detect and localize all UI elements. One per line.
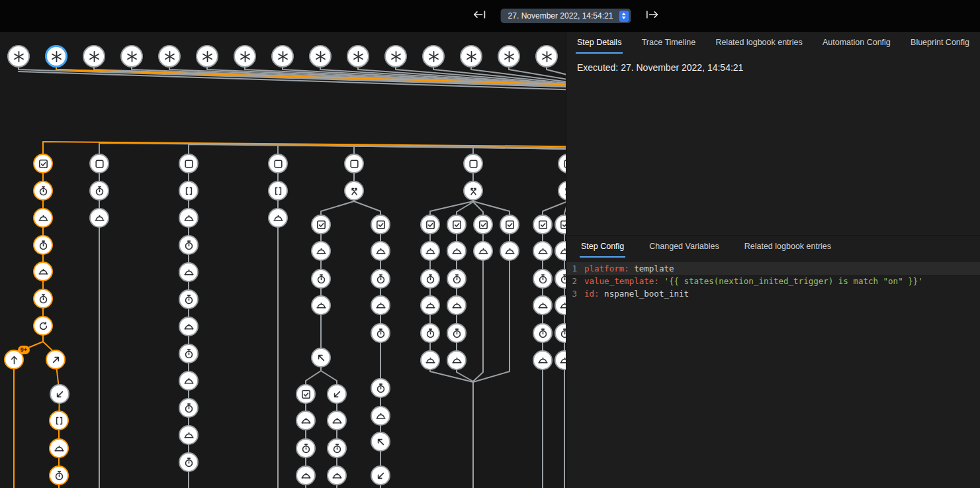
trace-node-cloche[interactable] [311, 295, 331, 315]
trace-node-split[interactable] [344, 181, 364, 201]
trace-node-repeat[interactable] [33, 316, 53, 336]
trace-node-timer[interactable] [371, 269, 390, 289]
trace-node-timer[interactable] [49, 465, 69, 485]
tab-step-details[interactable]: Step Details [576, 33, 623, 54]
trace-node-cloche[interactable] [420, 241, 440, 261]
trace-node-arrow_up[interactable]: 9+ [4, 350, 24, 369]
trace-node-cloche[interactable] [533, 241, 553, 261]
trace-node-cloche[interactable] [179, 208, 199, 228]
trace-node-checkbox_checked[interactable] [311, 215, 331, 234]
trace-node-cloche[interactable] [33, 262, 53, 281]
trace-node-checkbox_checked[interactable] [371, 215, 390, 234]
trigger-node[interactable] [234, 45, 256, 68]
trigger-node[interactable] [271, 45, 294, 68]
trace-node-cloche[interactable] [296, 465, 316, 485]
run-datetime-select[interactable]: 27. November 2022, 14:54:21 [501, 9, 631, 23]
trigger-node[interactable] [158, 45, 181, 68]
trace-node-checkbox_checked[interactable] [420, 215, 440, 234]
trace-node-cloche[interactable] [533, 295, 553, 315]
trace-node-timer[interactable] [296, 438, 316, 458]
trace-node-timer[interactable] [420, 269, 440, 289]
trace-node-timer[interactable] [371, 323, 390, 343]
trace-node-timer[interactable] [533, 269, 553, 289]
trace-node-timer[interactable] [371, 378, 390, 398]
trace-node-checkbox_checked[interactable] [33, 154, 53, 173]
trigger-node[interactable] [309, 45, 332, 68]
trigger-node[interactable] [83, 45, 105, 68]
trigger-node-selected[interactable] [45, 45, 67, 68]
trace-node-arrow_up_right[interactable] [46, 350, 66, 369]
tab-automation-config[interactable]: Automation Config [821, 33, 892, 54]
trigger-node[interactable] [196, 45, 218, 68]
trace-node-cloche[interactable] [327, 411, 347, 430]
trace-node-arrow_up_left[interactable] [371, 432, 390, 452]
trigger-node[interactable] [422, 45, 445, 68]
trace-node-cloche[interactable] [473, 241, 493, 261]
trace-node-checkbox_blank[interactable] [268, 154, 288, 173]
trace-node-cloche[interactable] [296, 411, 316, 430]
trace-node-timer[interactable] [33, 235, 53, 255]
trace-node-cloche[interactable] [533, 350, 553, 370]
trigger-node[interactable] [535, 45, 558, 68]
trace-node-timer[interactable] [179, 452, 199, 472]
trigger-node[interactable] [120, 45, 143, 68]
trace-node-arrow_down_left[interactable] [327, 384, 347, 404]
trigger-node[interactable] [7, 45, 30, 68]
tab-related-logbook-entries[interactable]: Related logbook entries [714, 33, 803, 54]
trace-node-cloche[interactable] [371, 295, 390, 315]
trace-node-cloche[interactable] [89, 208, 109, 228]
trace-node-cloche[interactable] [447, 295, 467, 315]
trace-node-checkbox_checked[interactable] [296, 384, 316, 404]
trace-node-checkbox_checked[interactable] [473, 215, 493, 234]
trace-node-cloche[interactable] [500, 241, 519, 261]
trace-node-cloche[interactable] [311, 241, 331, 261]
trace-node-timer[interactable] [311, 269, 331, 289]
trigger-node[interactable] [384, 45, 407, 68]
tab-related-logbook-entries-bottom[interactable]: Related logbook entries [743, 237, 832, 258]
trace-node-cloche[interactable] [179, 317, 199, 336]
trace-node-cloche[interactable] [447, 241, 467, 261]
trace-node-timer[interactable] [179, 398, 199, 418]
trigger-node[interactable] [460, 45, 482, 68]
trace-node-timer[interactable] [179, 289, 199, 309]
previous-run-button[interactable] [472, 8, 488, 24]
trace-node-brackets[interactable] [49, 411, 69, 430]
trace-node-checkbox_blank[interactable] [89, 154, 109, 173]
trace-node-checkbox_checked[interactable] [500, 215, 519, 234]
trace-node-timer[interactable] [447, 323, 467, 343]
tab-trace-timeline[interactable]: Trace Timeline [641, 33, 697, 54]
trace-node-cloche[interactable] [420, 350, 440, 370]
trace-node-timer[interactable] [179, 344, 199, 364]
trace-node-brackets[interactable] [268, 181, 288, 201]
trace-node-cloche[interactable] [179, 262, 199, 282]
trace-node-timer[interactable] [89, 181, 109, 201]
trace-node-checkbox_blank[interactable] [463, 154, 483, 173]
tab-changed-variables[interactable]: Changed Variables [648, 237, 720, 258]
trace-node-timer[interactable] [33, 181, 53, 201]
trace-node-cloche[interactable] [33, 208, 53, 228]
trace-node-timer[interactable] [327, 438, 347, 458]
trace-node-checkbox_checked[interactable] [533, 215, 553, 234]
trace-node-timer[interactable] [33, 289, 53, 309]
trace-node-timer[interactable] [533, 323, 553, 343]
trace-node-cloche[interactable] [420, 295, 440, 315]
trace-node-checkbox_blank[interactable] [344, 154, 364, 173]
trace-node-cloche[interactable] [179, 425, 199, 445]
trace-node-cloche[interactable] [371, 406, 390, 426]
trace-node-split[interactable] [463, 181, 483, 201]
trace-node-brackets[interactable] [179, 181, 199, 201]
trigger-node[interactable] [498, 45, 520, 68]
trigger-node[interactable] [347, 45, 369, 68]
trace-node-cloche[interactable] [371, 241, 390, 261]
trace-node-arrow_up_left[interactable] [311, 348, 331, 367]
trace-node-arrow_down_left[interactable] [50, 384, 69, 404]
tab-step-config[interactable]: Step Config [580, 237, 625, 258]
trace-node-timer[interactable] [447, 269, 467, 289]
trace-node-timer[interactable] [179, 235, 199, 255]
trace-node-cloche[interactable] [268, 208, 288, 228]
trace-node-timer[interactable] [420, 323, 440, 343]
next-run-button[interactable] [644, 8, 660, 24]
trace-node-checkbox_blank[interactable] [179, 154, 199, 173]
yaml-editor[interactable]: 1platform: template 2value_template: '{{… [566, 262, 980, 300]
trace-node-cloche[interactable] [327, 465, 347, 485]
